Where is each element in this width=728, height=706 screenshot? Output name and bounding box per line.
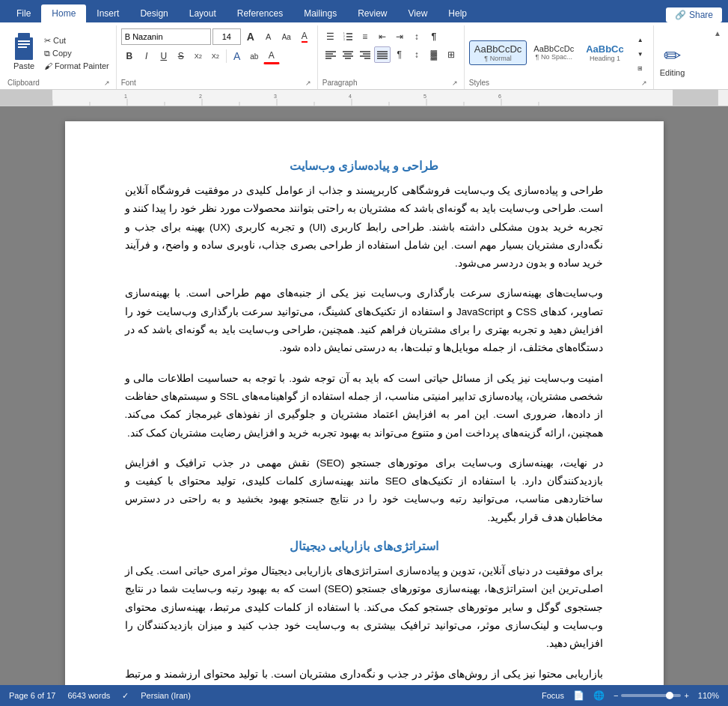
editing-label: Editing bbox=[660, 68, 685, 77]
svg-text:3: 3 bbox=[343, 38, 345, 41]
focus-button[interactable]: Focus bbox=[542, 691, 564, 700]
zoom-out-button[interactable]: − bbox=[614, 691, 618, 700]
numbering-button[interactable]: 123 bbox=[340, 28, 356, 45]
style-heading1-preview: AaBbCc bbox=[586, 43, 624, 55]
tab-insert[interactable]: Insert bbox=[86, 4, 129, 22]
document-area[interactable]: طراحی و پیاده‌سازی وب‌سایت طراحی و پیاده… bbox=[0, 106, 728, 685]
zoom-in-button[interactable]: + bbox=[684, 691, 688, 700]
styles-more[interactable]: ⊞ bbox=[632, 61, 649, 75]
font-shrink-button[interactable]: A bbox=[260, 28, 277, 45]
justify-button[interactable] bbox=[374, 46, 391, 63]
align-center-button[interactable] bbox=[340, 46, 356, 63]
share-label: Share bbox=[689, 10, 713, 20]
style-nospace[interactable]: AaBbCcDc ¶ No Spac... bbox=[528, 41, 579, 64]
line-spacing-button[interactable]: ↕ bbox=[409, 46, 425, 63]
text-effects-button[interactable]: A bbox=[229, 48, 245, 64]
italic-button[interactable]: I bbox=[138, 48, 155, 64]
editing-icon: ✏ bbox=[664, 43, 681, 68]
style-heading1[interactable]: AaBbCc Heading 1 bbox=[581, 40, 629, 65]
multilevel-button[interactable]: ≡ bbox=[357, 28, 373, 45]
rtl-button[interactable]: ¶ bbox=[391, 46, 408, 63]
style-nospace-label: ¶ No Spac... bbox=[536, 53, 572, 61]
paste-button[interactable]: Paste bbox=[7, 30, 40, 73]
view-mode-print[interactable]: 📄 bbox=[573, 690, 584, 701]
align-left-button[interactable] bbox=[322, 46, 339, 63]
copy-label: Copy bbox=[52, 49, 72, 58]
font-expand[interactable]: ↗ bbox=[304, 79, 313, 87]
strikethrough-button[interactable]: S bbox=[173, 48, 189, 64]
clipboard-label: Clipboard bbox=[7, 77, 40, 89]
styles-scroll-up[interactable]: ▲ bbox=[632, 33, 649, 46]
zoom-control[interactable]: − + bbox=[614, 691, 689, 700]
tab-design[interactable]: Design bbox=[129, 4, 178, 22]
font-case-button[interactable]: Aa bbox=[278, 28, 295, 45]
borders-button[interactable]: ⊞ bbox=[443, 46, 459, 63]
font-grow-button[interactable]: A bbox=[242, 28, 259, 45]
section-1-para-1[interactable]: وب‌سایت‌های بهینه‌سازی سرعت بارگذاری وب‌… bbox=[125, 284, 604, 357]
section-1-para-0[interactable]: طراحی و پیاده‌سازی یک وب‌سایت فروشگاهی ک… bbox=[125, 182, 604, 273]
subscript-button[interactable]: X2 bbox=[190, 48, 207, 64]
document-page: طراحی و پیاده‌سازی وب‌سایت طراحی و پیاده… bbox=[65, 121, 664, 685]
shading-button[interactable]: ▓ bbox=[426, 46, 442, 63]
svg-rect-4 bbox=[18, 46, 27, 48]
format-painter-button[interactable]: 🖌 Format Painter bbox=[42, 61, 111, 71]
decrease-indent-button[interactable]: ⇤ bbox=[374, 28, 391, 45]
show-para-button[interactable]: ¶ bbox=[426, 28, 442, 45]
page-info: Page 6 of 17 bbox=[9, 691, 55, 700]
superscript-button[interactable]: X2 bbox=[207, 48, 224, 64]
style-nospace-preview: AaBbCcDc bbox=[533, 44, 574, 53]
tab-review[interactable]: Review bbox=[347, 4, 397, 22]
proofing-icon[interactable]: ✓ bbox=[122, 691, 129, 701]
svg-rect-2 bbox=[18, 40, 30, 42]
zoom-level[interactable]: 110% bbox=[698, 691, 719, 700]
styles-scroll-down[interactable]: ▼ bbox=[632, 47, 649, 61]
tab-mailings[interactable]: Mailings bbox=[293, 4, 347, 22]
tab-file[interactable]: File bbox=[6, 4, 41, 22]
styles-expand[interactable]: ↗ bbox=[640, 79, 649, 87]
svg-text:2: 2 bbox=[199, 94, 202, 99]
svg-text:1: 1 bbox=[124, 94, 127, 99]
style-normal[interactable]: AaBbCcDc ¶ Normal bbox=[469, 40, 527, 65]
svg-text:6: 6 bbox=[498, 94, 501, 99]
tab-help[interactable]: Help bbox=[438, 4, 477, 22]
section-2-para-1[interactable]: بازاریابی محتوا نیز یکی از روش‌های مؤثر … bbox=[125, 666, 604, 685]
style-normal-preview: AaBbCcDc bbox=[474, 43, 522, 55]
align-right-button[interactable] bbox=[357, 46, 373, 63]
tab-layout[interactable]: Layout bbox=[179, 4, 227, 22]
highlight-button[interactable]: ab bbox=[246, 48, 263, 64]
clipboard-expand[interactable]: ↗ bbox=[103, 79, 111, 87]
tab-home[interactable]: Home bbox=[41, 4, 86, 22]
svg-rect-3 bbox=[18, 43, 30, 45]
underline-button[interactable]: U bbox=[156, 48, 172, 64]
copy-icon: ⧉ bbox=[44, 49, 50, 58]
view-mode-web[interactable]: 🌐 bbox=[593, 690, 605, 701]
font-size-input[interactable] bbox=[212, 28, 241, 45]
ribbon-collapse-button[interactable]: ▲ bbox=[710, 25, 725, 40]
section-1-para-3[interactable]: در نهایت، بهینه‌سازی وب‌سایت برای موتوره… bbox=[125, 454, 604, 527]
tab-view[interactable]: View bbox=[398, 4, 438, 22]
font-color-button[interactable]: A bbox=[263, 48, 280, 64]
share-button[interactable]: 🔗 Share bbox=[666, 7, 722, 22]
format-painter-label: Format Painter bbox=[55, 61, 109, 70]
font-name-input[interactable] bbox=[121, 28, 211, 45]
bullets-button[interactable]: ☰ bbox=[322, 28, 339, 45]
bold-button[interactable]: B bbox=[121, 48, 138, 64]
paragraph-label: Paragraph bbox=[322, 77, 358, 89]
svg-text:4: 4 bbox=[349, 94, 352, 99]
svg-text:3: 3 bbox=[274, 94, 277, 99]
cut-button[interactable]: ✂ Cut bbox=[42, 35, 111, 46]
language[interactable]: Persian (Iran) bbox=[141, 691, 191, 700]
section-2-heading: استراتژی‌های بازاریابی دیجیتال bbox=[125, 539, 604, 553]
copy-button[interactable]: ⧉ Copy bbox=[42, 48, 111, 59]
styles-label: Styles bbox=[469, 77, 489, 89]
section-2: استراتژی‌های بازاریابی دیجیتال برای موفق… bbox=[125, 539, 604, 685]
font-clear-button[interactable]: A bbox=[296, 28, 313, 45]
style-heading1-label: Heading 1 bbox=[590, 55, 620, 62]
sort-button[interactable]: ↕ bbox=[409, 28, 425, 45]
section-1-para-2[interactable]: امنیت وب‌سایت نیز یکی از مسائل حیاتی است… bbox=[125, 370, 604, 442]
tab-references[interactable]: References bbox=[227, 4, 293, 22]
section-2-para-0[interactable]: برای موفقیت در دنیای آنلاین، تدوین و پیا… bbox=[125, 562, 604, 653]
paste-label: Paste bbox=[13, 61, 34, 70]
paragraph-expand[interactable]: ↗ bbox=[450, 79, 459, 87]
increase-indent-button[interactable]: ⇥ bbox=[391, 28, 408, 45]
